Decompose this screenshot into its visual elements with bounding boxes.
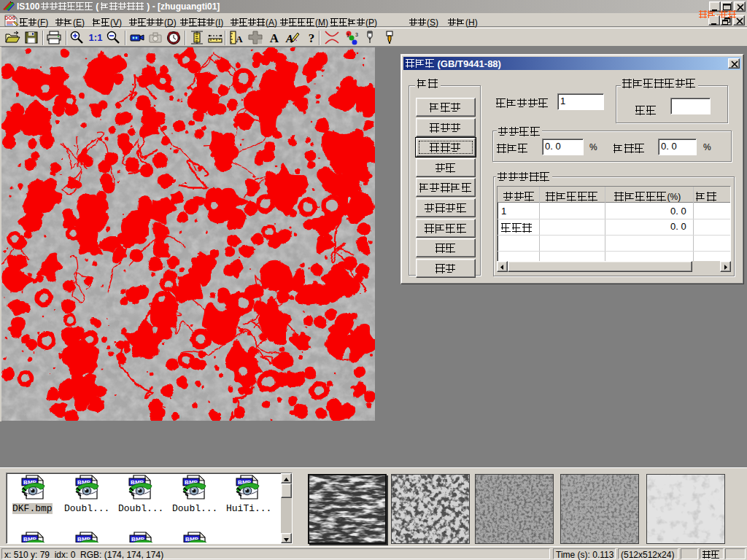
svg-text:A: A	[236, 34, 243, 44]
svg-text:3: 3	[355, 32, 358, 37]
svg-text:DOC: DOC	[5, 15, 16, 20]
svg-text:A: A	[270, 31, 279, 45]
svg-text:A: A	[285, 33, 293, 44]
svg-text:1:1: 1:1	[89, 32, 103, 43]
svg-text:?: ?	[309, 31, 315, 45]
svg-text:1: 1	[347, 33, 349, 38]
